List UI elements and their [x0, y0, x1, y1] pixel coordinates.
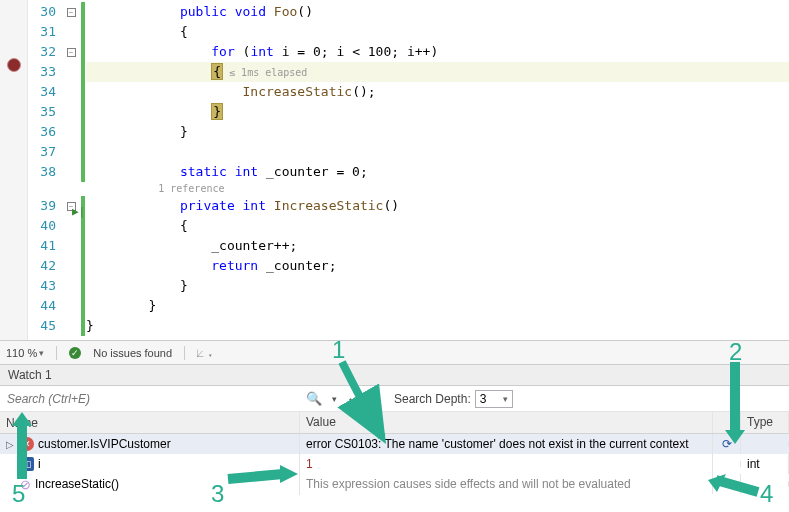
error-icon: ✕ [20, 437, 34, 451]
variable-icon: ◧ [20, 457, 34, 471]
watch-grid-header: Name Value Type [0, 412, 789, 434]
watch-search-row: 🔍 ▾ ← → Search Depth: 3▾ [0, 386, 789, 412]
watch-grid-body[interactable]: ▷ ✕ customer.IsVIPCustomer error CS0103:… [0, 434, 789, 512]
breakpoint-gutter[interactable] [0, 0, 28, 340]
editor-statusbar: 110 %▾ ✓ No issues found ⟀ ▾ [0, 340, 789, 364]
screwdriver-icon[interactable]: ⟀ ▾ [197, 347, 214, 359]
zoom-level[interactable]: 110 %▾ [6, 347, 44, 359]
refresh-icon[interactable]: ⟳ [722, 477, 732, 491]
watch-panel-title: Watch 1 [0, 364, 789, 386]
run-to-click-icon[interactable]: ▶| [72, 202, 85, 222]
watch-row[interactable]: ▷ ◧ i 1 int [0, 454, 789, 474]
search-depth-label: Search Depth: [394, 392, 471, 406]
watch-search-box[interactable]: 🔍 ▾ [2, 388, 342, 410]
breakpoint-marker[interactable] [7, 58, 21, 72]
watch-name: i [38, 457, 41, 471]
current-execution-line: { ≤ 1ms elapsed [86, 62, 789, 82]
expand-icon[interactable]: ▷ [6, 439, 16, 450]
search-input[interactable] [3, 390, 300, 408]
col-header-name[interactable]: Name [0, 412, 300, 433]
fold-gutter[interactable]: − − − [62, 0, 80, 340]
col-header-value[interactable]: Value [300, 412, 713, 433]
side-effect-icon: ⊘ [20, 477, 31, 492]
watch-value: error CS0103: The name 'customer' does n… [300, 434, 713, 454]
fold-toggle[interactable]: − [67, 8, 76, 17]
watch-value: 1 [300, 454, 713, 474]
col-header-type[interactable]: Type [741, 412, 789, 433]
search-dropdown-icon[interactable]: ▾ [328, 394, 341, 404]
search-depth-input[interactable]: 3▾ [475, 390, 513, 408]
watch-type [741, 481, 789, 487]
code-area[interactable]: ▶| public void Foo() { for (int i = 0; i… [86, 0, 789, 340]
codelens-references[interactable]: 1 reference [86, 182, 789, 196]
perf-hint: ≤ 1ms elapsed [223, 67, 307, 78]
watch-name: customer.IsVIPCustomer [38, 437, 171, 451]
watch-type [741, 441, 789, 447]
fold-toggle[interactable]: − [67, 48, 76, 57]
watch-row[interactable]: ▷ ✕ customer.IsVIPCustomer error CS0103:… [0, 434, 789, 454]
issues-status: No issues found [93, 347, 172, 359]
watch-name: IncreaseStatic() [35, 477, 119, 491]
search-prev-button[interactable]: ← [344, 390, 362, 408]
search-icon[interactable]: 🔍 [300, 391, 328, 406]
refresh-icon[interactable]: ⟳ [722, 437, 732, 451]
code-editor[interactable]: 30 31 32 33 34 35 36 37 38 39 40 41 42 4… [0, 0, 789, 340]
line-number-gutter: 30 31 32 33 34 35 36 37 38 39 40 41 42 4… [28, 0, 62, 340]
watch-value: This expression causes side effects and … [300, 474, 713, 494]
check-icon: ✓ [69, 347, 81, 359]
search-next-button[interactable]: → [366, 390, 384, 408]
watch-type: int [741, 454, 789, 474]
watch-row[interactable]: ▷ ⊘ IncreaseStatic() This expression cau… [0, 474, 789, 494]
